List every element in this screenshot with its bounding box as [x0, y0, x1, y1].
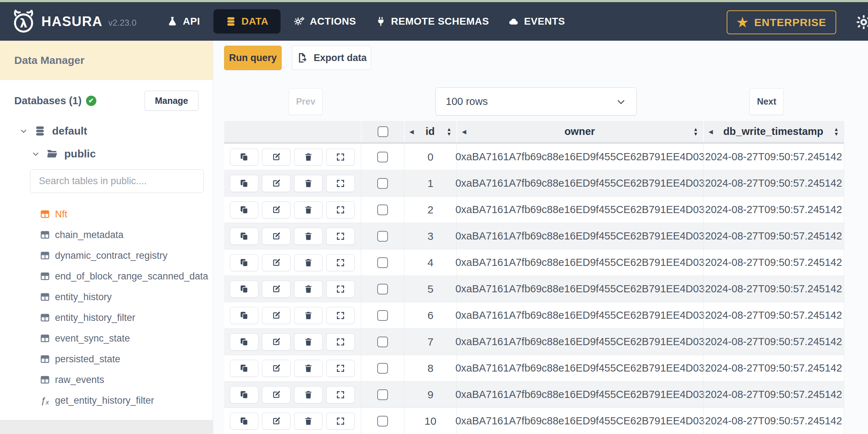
clone-row-button[interactable] [230, 254, 258, 271]
row-checkbox[interactable] [377, 389, 388, 400]
clone-row-button[interactable] [230, 333, 258, 350]
row-checkbox-cell [361, 382, 404, 408]
next-page-button[interactable]: Next [750, 88, 784, 115]
flask-icon [167, 16, 178, 27]
expand-row-button[interactable] [326, 254, 355, 271]
clone-row-button[interactable] [230, 201, 258, 218]
enterprise-button[interactable]: ★ ENTERPRISE [727, 10, 836, 34]
cell-owner: 0xaBA7161A7fb69c88e16ED9f455CE62B791EE4D… [456, 249, 703, 276]
expand-row-button[interactable] [326, 201, 355, 218]
row-checkbox[interactable] [377, 310, 388, 321]
cell-db-write-timestamp: 2024-08-27T09:50:57.245142 [703, 144, 844, 170]
search-tables-input[interactable] [30, 169, 204, 193]
delete-row-button[interactable] [294, 201, 323, 218]
hasura-logo[interactable]: λ HASURA v2.23.0 [11, 9, 136, 34]
clone-row-button[interactable] [230, 148, 258, 166]
clone-row-button[interactable] [230, 413, 258, 430]
delete-row-button[interactable] [294, 175, 323, 192]
tree-node-database[interactable]: default [0, 125, 213, 137]
nav-menu: API DATA [161, 9, 571, 34]
nav-item-events[interactable]: EVENTS [503, 9, 571, 34]
row-checkbox[interactable] [377, 363, 388, 374]
header-column-id[interactable]: ◂ id ▲▼ [404, 121, 456, 142]
expand-row-button[interactable] [326, 148, 355, 166]
chevron-down-icon[interactable] [31, 150, 40, 158]
clone-row-button[interactable] [230, 175, 258, 192]
edit-row-button[interactable] [262, 228, 291, 245]
edit-row-button[interactable] [262, 386, 291, 403]
expand-row-button[interactable] [326, 413, 355, 430]
cell-owner: 0xaBA7161A7fb69c88e16ED9f455CE62B791EE4D… [456, 329, 703, 355]
expand-row-button[interactable] [326, 360, 355, 377]
clone-row-button[interactable] [230, 281, 258, 298]
sidebar-table-item[interactable]: entity_history [40, 287, 213, 307]
edit-row-button[interactable] [262, 254, 291, 271]
collapse-column-icon[interactable]: ◂ [410, 128, 414, 136]
edit-row-button[interactable] [262, 413, 291, 430]
clone-row-button[interactable] [230, 228, 258, 245]
clone-row-button[interactable] [230, 360, 258, 377]
clone-row-button[interactable] [230, 386, 258, 403]
edit-row-button[interactable] [262, 281, 291, 298]
sidebar-table-item[interactable]: entity_history_filter [40, 307, 213, 328]
delete-row-button[interactable] [294, 307, 323, 324]
row-checkbox[interactable] [377, 205, 388, 215]
row-checkbox[interactable] [377, 284, 388, 294]
delete-row-button[interactable] [294, 333, 323, 350]
rows-per-page-select[interactable]: 100 rows [435, 87, 637, 116]
delete-row-button[interactable] [294, 281, 323, 298]
nav-item-remote-schemas[interactable]: REMOTE SCHEMAS [370, 9, 495, 34]
table-row: 1 0xaBA7161A7fb69c88e16ED9f455CE62B791EE… [224, 170, 844, 197]
expand-row-button[interactable] [326, 386, 355, 403]
sidebar-function-item[interactable]: ƒₓ get_entity_history_filter [40, 390, 213, 411]
sidebar-table-item[interactable]: Nft [40, 204, 213, 224]
header-column-db-write-timestamp[interactable]: ◂ db_write_timestamp ▲▼ [703, 121, 844, 142]
row-checkbox[interactable] [377, 178, 388, 189]
star-icon: ★ [737, 16, 748, 29]
row-checkbox[interactable] [377, 231, 388, 242]
collapse-column-icon[interactable]: ◂ [709, 128, 713, 136]
sidebar-table-item[interactable]: persisted_state [40, 349, 213, 369]
nav-item-api[interactable]: API [161, 9, 206, 34]
edit-row-button[interactable] [262, 360, 291, 377]
delete-row-button[interactable] [294, 413, 323, 430]
row-checkbox[interactable] [377, 337, 388, 347]
sidebar-table-item[interactable]: event_sync_state [40, 328, 213, 349]
edit-row-button[interactable] [262, 307, 291, 324]
edit-row-button[interactable] [262, 333, 291, 350]
edit-row-button[interactable] [262, 201, 291, 218]
delete-row-button[interactable] [294, 254, 323, 271]
export-data-button[interactable]: Export data [292, 46, 371, 70]
expand-row-button[interactable] [326, 307, 355, 324]
edit-row-button[interactable] [262, 148, 291, 166]
delete-row-button[interactable] [294, 386, 323, 403]
sidebar-table-item[interactable]: end_of_block_range_scanned_data [40, 266, 213, 287]
expand-row-button[interactable] [326, 333, 355, 350]
delete-row-button[interactable] [294, 228, 323, 245]
collapse-column-icon[interactable]: ◂ [462, 128, 466, 136]
row-checkbox[interactable] [377, 257, 388, 268]
sidebar-table-item[interactable]: chain_metadata [40, 224, 213, 245]
tree-node-schema[interactable]: public [0, 148, 213, 160]
run-query-button[interactable]: Run query [224, 46, 282, 70]
nav-item-data[interactable]: DATA [213, 9, 281, 34]
delete-row-button[interactable] [294, 148, 323, 166]
clone-row-button[interactable] [230, 307, 258, 324]
expand-row-button[interactable] [326, 175, 355, 192]
sidebar-table-item[interactable]: dynamic_contract_registry [40, 245, 213, 266]
row-checkbox[interactable] [377, 416, 388, 427]
select-all-checkbox[interactable] [378, 126, 388, 137]
manage-button[interactable]: Manage [145, 91, 198, 111]
row-checkbox[interactable] [377, 152, 388, 162]
header-column-owner[interactable]: ◂ owner ▲▼ [456, 121, 703, 142]
edit-row-button[interactable] [262, 175, 291, 192]
delete-row-button[interactable] [294, 360, 323, 377]
chevron-down-icon[interactable] [19, 127, 28, 135]
cell-owner: 0xaBA7161A7fb69c88e16ED9f455CE62B791EE4D… [456, 170, 703, 196]
prev-page-button[interactable]: Prev [289, 88, 323, 115]
expand-row-button[interactable] [326, 228, 355, 245]
nav-item-actions[interactable]: ACTIONS [288, 9, 362, 34]
expand-row-button[interactable] [326, 281, 355, 298]
sidebar-table-item[interactable]: raw_events [40, 369, 213, 390]
settings-gear-icon[interactable] [856, 14, 868, 30]
